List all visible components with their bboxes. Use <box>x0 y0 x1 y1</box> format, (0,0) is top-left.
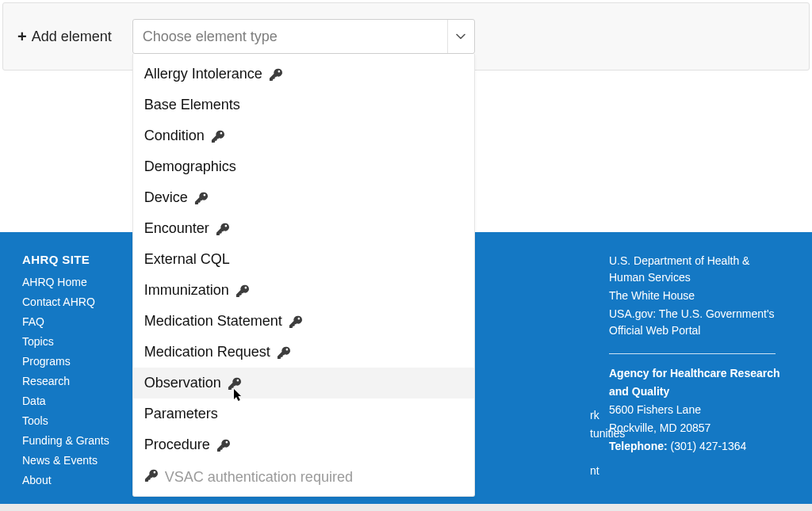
element-type-option[interactable]: Condition <box>133 120 474 151</box>
element-type-option-label: Encounter <box>144 220 209 237</box>
footer-external-link[interactable]: The White House <box>609 289 695 302</box>
element-type-option-label: Device <box>144 189 188 206</box>
element-type-option[interactable]: Base Elements <box>133 90 474 120</box>
footer-link[interactable]: AHRQ Home <box>22 276 149 288</box>
footer-link[interactable]: Funding & Grants <box>22 434 149 447</box>
add-element-label: + Add element <box>17 28 112 46</box>
agency-address-line1: 5600 Fishers Lane <box>609 402 788 418</box>
element-type-input[interactable] <box>133 20 447 53</box>
vsac-auth-text: VSAC authentication required <box>165 469 353 486</box>
footer-link[interactable]: FAQ <box>22 315 149 328</box>
footer-link[interactable]: About <box>22 474 149 486</box>
key-icon <box>216 438 231 452</box>
element-type-option[interactable]: Device <box>133 182 474 213</box>
footer-link[interactable]: Tools <box>22 414 149 427</box>
element-type-option-label: Medication Request <box>144 344 270 360</box>
footer-external-link[interactable]: U.S. Department of Health & Human Servic… <box>609 254 749 284</box>
key-icon <box>269 67 283 82</box>
key-icon <box>216 222 230 236</box>
footer-middle-fragment[interactable]: rk <box>590 406 599 424</box>
footer-link[interactable]: Research <box>22 375 149 387</box>
footer-heading-ahrq-site: AHRQ SITE <box>22 253 149 266</box>
element-type-input-wrap[interactable] <box>132 19 475 54</box>
element-type-option-label: Observation <box>144 375 221 391</box>
footer-link[interactable]: Programs <box>22 355 149 368</box>
footer-col-agency: U.S. Department of Health & Human Servic… <box>609 253 788 488</box>
element-type-option[interactable]: Demographics <box>133 151 474 182</box>
footer-middle-fragment[interactable]: nt <box>590 462 599 479</box>
element-type-option-label: Medication Statement <box>144 313 282 330</box>
add-element-text: Add element <box>32 29 112 45</box>
footer-external-link[interactable]: USA.gov: The U.S. Government's Official … <box>609 307 775 337</box>
footer-divider <box>609 353 776 354</box>
element-type-combobox: Allergy IntoleranceBase ElementsConditio… <box>132 19 475 54</box>
footer-link[interactable]: Data <box>22 395 149 407</box>
add-element-panel: + Add element Allergy IntoleranceBase El… <box>2 2 810 71</box>
key-icon <box>211 129 225 143</box>
element-type-option-label: Procedure <box>144 437 210 453</box>
page-bottom-strip <box>0 504 812 511</box>
element-type-option-label: Allergy Intolerance <box>144 66 262 82</box>
vsac-auth-footer: VSAC authentication required <box>133 460 474 496</box>
agency-address-line2: Rockville, MD 20857 <box>609 420 788 437</box>
element-type-option-label: Demographics <box>144 158 236 175</box>
element-type-option[interactable]: Allergy Intolerance <box>133 59 474 90</box>
element-type-option-label: External CQL <box>144 251 230 268</box>
footer-external-links: U.S. Department of Health & Human Servic… <box>609 253 788 339</box>
telephone-value: (301) 427-1364 <box>671 440 747 452</box>
element-type-option[interactable]: Immunization <box>133 275 474 306</box>
cursor-pointer-icon <box>234 389 243 405</box>
footer-link[interactable]: News & Events <box>22 454 149 467</box>
agency-telephone: Telephone: (301) 427-1364 <box>609 438 788 455</box>
key-icon <box>236 284 250 298</box>
element-type-option-label: Condition <box>144 128 205 144</box>
key-icon <box>194 191 209 205</box>
element-type-option[interactable]: Medication Request <box>133 337 474 368</box>
footer-col-ahrq-site: AHRQ SITE AHRQ HomeContact AHRQFAQTopics… <box>22 253 149 488</box>
key-icon <box>277 345 291 360</box>
element-type-option[interactable]: External CQL <box>133 244 474 275</box>
key-icon <box>289 315 303 329</box>
chevron-down-icon[interactable] <box>447 20 474 53</box>
element-type-option[interactable]: Observation <box>133 368 474 399</box>
footer-link[interactable]: Topics <box>22 335 149 348</box>
element-type-option[interactable]: Procedure <box>133 429 474 460</box>
element-type-option-label: Parameters <box>144 406 218 422</box>
key-icon <box>228 376 242 391</box>
agency-name-line2: and Quality <box>609 383 788 400</box>
element-type-option-label: Immunization <box>144 282 229 299</box>
plus-icon: + <box>17 28 27 46</box>
footer-middle-fragment[interactable]: tunities <box>590 425 625 442</box>
footer-link-list: AHRQ HomeContact AHRQFAQTopicsProgramsRe… <box>22 276 149 486</box>
element-type-option[interactable]: Medication Statement <box>133 306 474 337</box>
agency-name-line1: Agency for Healthcare Research <box>609 365 788 382</box>
element-type-option[interactable]: Parameters <box>133 399 474 429</box>
element-type-option-label: Base Elements <box>144 97 240 113</box>
key-icon <box>144 468 159 486</box>
element-type-option[interactable]: Encounter <box>133 213 474 244</box>
element-type-dropdown: Allergy IntoleranceBase ElementsConditio… <box>132 54 475 497</box>
footer-link[interactable]: Contact AHRQ <box>22 296 149 308</box>
